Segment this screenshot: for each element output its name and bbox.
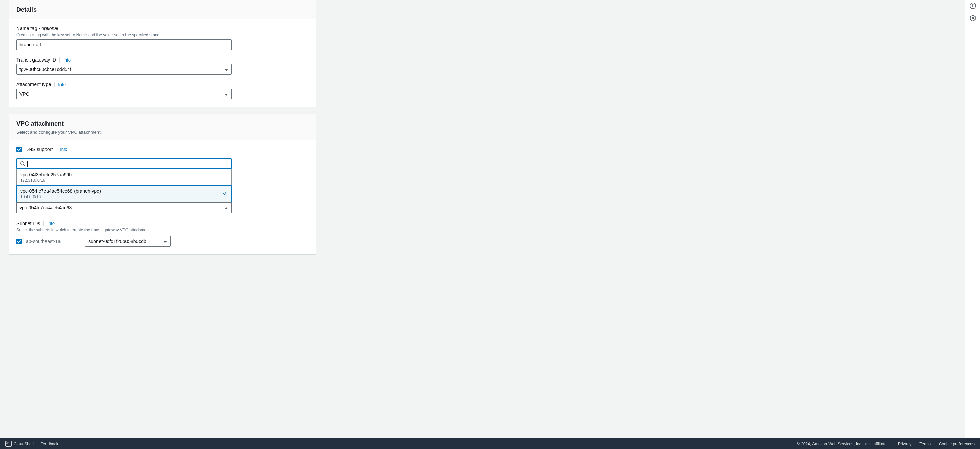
search-icon [20,161,25,167]
info-circle-icon[interactable] [969,2,977,10]
details-panel: Details Name tag - optional Creates a ta… [8,0,316,107]
chevron-down-icon [164,238,167,244]
vpc-option-cidr: 10.4.0.0/16 [20,194,228,199]
copyright-text: © 2024, Amazon Web Services, Inc. or its… [797,441,890,446]
dns-support-checkbox[interactable] [16,147,22,152]
vpc-subtitle: Select and configure your VPC attachment… [16,130,309,135]
svg-marker-5 [970,15,975,21]
field-subnet-ids: Subnet IDs Info Select the subnets in wh… [16,221,309,247]
vpc-option[interactable]: vpc-04f35befe257aa99b 172.31.0.0/16 [17,169,231,186]
att-type-select[interactable]: VPC [16,89,232,100]
name-tag-label: Name tag [16,25,37,31]
name-tag-optional: - optional [37,25,58,31]
vpc-selected-display[interactable]: vpc-054fc7ea4ae54ce68 [16,202,232,213]
svg-point-0 [21,162,24,165]
vpc-option-id: vpc-054fc7ea4ae54ce68 (branch-vpc) [20,188,228,194]
att-type-label: Attachment type [16,82,51,87]
terms-link[interactable]: Terms [920,441,931,446]
tgw-label: Transit gateway ID [16,57,56,62]
details-title: Details [16,6,309,14]
vpc-option-id: vpc-04f35befe257aa99b [20,172,228,177]
vpc-search-box[interactable] [16,158,232,169]
chevron-down-icon [225,67,228,72]
field-tgw: Transit gateway ID Info tgw-00bc80cbce1c… [16,57,309,75]
att-type-select-value: VPC [19,91,29,97]
subnet-az-label: ap-southeast-1a [26,238,60,244]
vpc-attachment-panel: VPC attachment Select and configure your… [8,114,316,254]
svg-point-6 [972,17,974,19]
vpc-dropdown: vpc-04f35befe257aa99b 172.31.0.0/16 vpc-… [16,169,232,202]
vpc-option[interactable]: vpc-054fc7ea4ae54ce68 (branch-vpc) 10.4.… [16,185,232,202]
dns-support-label: DNS support [25,147,52,152]
cloudshell-button[interactable]: CloudShell [5,441,33,447]
chevron-up-icon [225,205,228,211]
console-footer: CloudShell Feedback © 2024, Amazon Web S… [0,438,980,449]
field-name-tag: Name tag - optional Creates a tag with t… [16,25,309,50]
subnet-label: Subnet IDs [16,221,40,226]
right-help-rail [965,0,980,438]
chevron-down-icon [225,91,228,97]
name-tag-help: Creates a tag with the key set to Name a… [16,32,309,37]
field-attachment-type: Attachment type Info VPC [16,82,309,100]
vpc-search-input[interactable] [28,161,228,167]
feedback-link[interactable]: Feedback [40,441,59,446]
check-icon [222,190,228,197]
att-type-info-link[interactable]: Info [54,82,66,87]
subnet-help: Select the subnets in which to create th… [16,228,309,232]
subnet-az-checkbox[interactable] [16,238,22,244]
svg-line-1 [24,165,25,166]
name-tag-input[interactable] [16,39,232,50]
tgw-select-value: tgw-00bc80cbce1cdd54f [19,67,72,72]
subnet-select-value: subnet-0dfc1f20b058b0cdb [88,238,146,244]
dns-support-row: DNS support Info [16,147,309,152]
subnet-info-link[interactable]: Info [43,221,55,226]
subnet-select[interactable]: subnet-0dfc1f20b058b0cdb [85,236,171,247]
tgw-info-link[interactable]: Info [59,57,71,62]
cloudshell-icon [5,441,12,447]
vpc-option-cidr: 172.31.0.0/16 [20,178,228,183]
dns-info-link[interactable]: Info [56,147,67,152]
privacy-link[interactable]: Privacy [898,441,911,446]
svg-point-3 [972,5,973,5]
vpc-title: VPC attachment [16,120,309,128]
subnet-row: ap-southeast-1a subnet-0dfc1f20b058b0cdb [16,236,309,247]
vpc-selected-value: vpc-054fc7ea4ae54ce68 [19,205,72,211]
cookie-prefs-link[interactable]: Cookie preferences [939,441,975,446]
cloudshell-label: CloudShell [14,441,33,446]
vpc-id-combo: vpc-04f35befe257aa99b 172.31.0.0/16 vpc-… [16,158,232,213]
tgw-select[interactable]: tgw-00bc80cbce1cdd54f [16,64,232,75]
hexagon-icon[interactable] [969,14,977,22]
